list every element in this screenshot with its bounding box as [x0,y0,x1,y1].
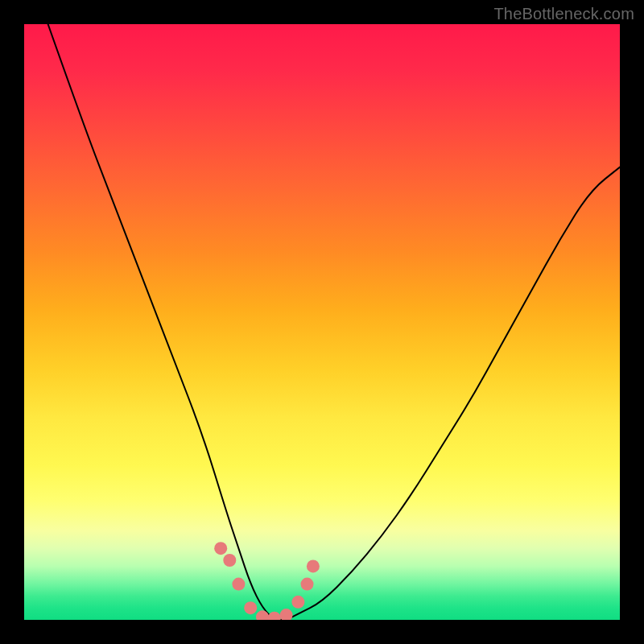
chart-svg [24,24,620,620]
bottom-dot [301,578,314,591]
curve-path [48,24,620,620]
curve-line-group [48,24,620,620]
watermark-text: TheBottleneck.com [493,5,634,23]
bottom-dot [268,612,281,620]
bottom-dot [244,601,257,614]
bottom-dot [223,554,236,567]
chart-area [24,24,620,620]
bottom-dot [214,542,227,555]
bottom-dot [280,609,293,620]
bottom-dots-group [214,542,320,620]
bottom-dot [307,559,320,572]
bottom-dot [291,596,304,609]
bottom-dot [232,578,245,591]
